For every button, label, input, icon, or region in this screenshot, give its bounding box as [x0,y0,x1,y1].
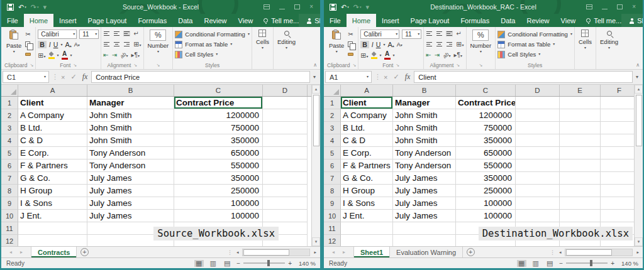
cell-F10[interactable] [601,210,634,222]
save-icon[interactable] [330,4,336,11]
cell-A9[interactable]: I & Sons [341,197,393,210]
collapse-ribbon-icon[interactable]: ∧ [313,62,317,68]
cell-E7[interactable] [560,172,601,185]
insert-function-icon[interactable]: fx [82,72,88,82]
horizontal-scroll-thumb[interactable] [566,249,611,256]
row-header-12[interactable]: 12 [324,235,341,246]
menu-tab-home[interactable]: Home [347,14,376,27]
clipboard-dialog-launcher-icon[interactable]: ↘ [352,63,356,68]
underline-button[interactable]: U [376,41,381,48]
cell-D1[interactable] [516,97,560,109]
zoom-slider-thumb[interactable] [590,260,592,266]
paste-button[interactable]: Paste ▾ [4,29,23,54]
zoom-out-icon[interactable]: − [559,260,563,267]
cut-button[interactable]: ✂ [348,30,355,38]
cell-E4[interactable] [560,134,601,147]
row-header-2[interactable]: 2 [1,109,18,122]
cell-C10[interactable]: 100000 [174,210,263,222]
column-header-B[interactable]: B [87,85,174,96]
cell-A2[interactable]: A Company [18,109,87,122]
cell-E6[interactable] [560,159,601,172]
ribbon-display-options-icon[interactable] [264,4,270,9]
underline-button[interactable]: U [53,41,58,48]
cell-A5[interactable]: E Corp. [18,147,87,159]
wrap-text-button[interactable]: ↵ [133,30,138,37]
cell-D6[interactable] [516,159,560,172]
menu-tab-formulas[interactable]: Formulas [455,14,495,27]
editing-button[interactable]: Editing ▾ [275,29,297,50]
italic-button[interactable]: I [49,41,51,48]
row-header-7[interactable]: 7 [1,172,18,185]
cell-C2[interactable]: 1200000 [174,109,263,122]
cell-A11[interactable] [341,222,393,235]
cell-C6[interactable]: 550000 [174,159,263,172]
cut-button[interactable]: ✂ [25,30,33,38]
cell-C8[interactable]: 250000 [456,185,516,197]
menu-tab-page-layout[interactable]: Page Layout [405,14,455,27]
middle-align-button[interactable] [436,31,443,37]
cell-B3[interactable]: John Smith [87,122,174,134]
cell-E3[interactable] [560,122,601,134]
cell-A10[interactable]: J Ent. [341,210,393,222]
normal-view-icon[interactable]: ▦ [194,260,203,267]
cell-D5[interactable] [516,147,560,159]
fill-color-dropdown-icon[interactable]: ▾ [57,54,59,57]
number-format-button[interactable]: % Number ▾ [469,29,494,54]
cell-styles-button[interactable]: Cell Styles▾ [497,50,572,59]
cell-C10[interactable]: 100000 [456,210,516,222]
middle-align-button[interactable] [113,31,120,37]
row-header-10[interactable]: 10 [324,210,341,222]
collapse-ribbon-icon[interactable]: ∧ [636,62,640,68]
cell-A6[interactable]: F & Partners [18,159,87,172]
cell-C9[interactable]: 100000 [456,197,516,210]
next-sheet-icon[interactable]: ▸ [20,249,23,255]
align-right-button[interactable] [446,41,453,48]
number-dialog-launcher-icon[interactable]: ↘ [479,63,482,68]
row-header-9[interactable]: 9 [324,197,341,210]
cell-B10[interactable]: July James [393,210,456,222]
cell-A3[interactable]: B Ltd. [341,122,393,134]
row-header-6[interactable]: 6 [324,159,341,172]
page-layout-view-icon[interactable]: ▥ [209,260,218,267]
cell-D10[interactable] [263,210,308,222]
alignment-dialog-launcher-icon[interactable]: ↘ [133,63,137,68]
cell-B2[interactable]: John Smith [87,109,174,122]
menu-tab-insert[interactable]: Insert [53,14,82,27]
borders-button[interactable]: ⊞▾ [360,51,368,60]
zoom-in-icon[interactable]: + [611,260,614,267]
menu-tab-data[interactable]: Data [172,14,198,27]
merge-center-button[interactable]: ⊞▾ [133,40,141,48]
conditional-formatting-button[interactable]: Conditional Formatting▾ [497,30,572,39]
cell-C3[interactable]: 750000 [456,122,516,134]
zoom-slider[interactable] [243,262,285,264]
minimize-icon[interactable] [602,9,608,9]
menu-tab-home[interactable]: Home [24,14,53,27]
menu-tab-view[interactable]: View [233,14,259,27]
cell-B12[interactable] [393,235,456,246]
page-break-view-icon[interactable]: ▤ [223,260,231,267]
normal-view-icon[interactable]: ▦ [517,260,526,267]
scrollbar-resize-handle[interactable]: ⋮ [550,249,555,256]
menu-tab-formulas[interactable]: Formulas [132,14,172,27]
horizontal-scroll-track[interactable] [242,249,310,256]
column-header-C[interactable]: C [174,85,263,96]
sheet-tab-sheet1[interactable]: Sheet1 [353,247,390,257]
column-header-E[interactable]: E [560,85,601,96]
top-align-button[interactable] [426,31,433,37]
menu-tab-view[interactable]: View [555,14,582,27]
scroll-down-icon[interactable]: ▾ [635,237,643,246]
cell-B7[interactable]: July James [87,172,174,185]
cell-B8[interactable]: July James [87,185,174,197]
cell-F5[interactable] [601,147,634,159]
save-icon[interactable] [7,4,14,11]
formula-bar[interactable]: Contract Price [91,71,310,83]
cell-E1[interactable] [560,97,601,109]
cell-A9[interactable]: I & Sons [18,197,87,210]
font-dialog-launcher-icon[interactable]: ↘ [396,63,399,68]
zoom-slider-thumb[interactable] [267,260,270,266]
bold-button[interactable]: B [360,41,369,48]
cell-D2[interactable] [263,109,308,122]
scroll-up-icon[interactable]: ▴ [635,85,643,94]
copy-button[interactable]: ▾ [348,40,355,48]
underline-dropdown-icon[interactable]: ▾ [383,43,385,46]
